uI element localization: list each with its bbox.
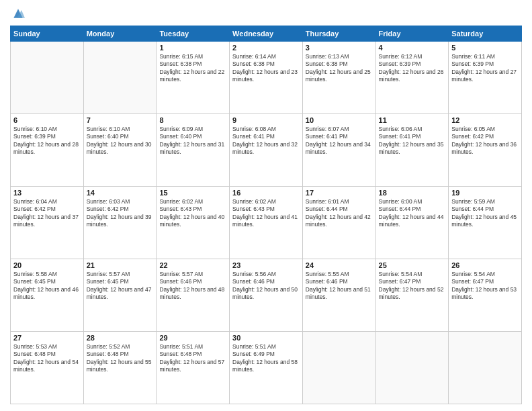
daylight-text: Daylight: 12 hours and 47 minutes.: [87, 286, 154, 302]
calendar-cell: 11Sunrise: 6:06 AMSunset: 6:41 PMDayligh…: [375, 114, 449, 187]
calendar-cell: 26Sunrise: 5:54 AMSunset: 6:47 PMDayligh…: [449, 259, 522, 332]
calendar-cell: 1Sunrise: 6:15 AMSunset: 6:38 PMDaylight…: [157, 42, 230, 114]
sunrise-text: Sunrise: 5:54 AM: [379, 271, 446, 278]
daylight-text: Daylight: 12 hours and 22 minutes.: [159, 68, 226, 84]
daylight-text: Daylight: 12 hours and 28 minutes.: [13, 141, 81, 156]
calendar-cell: 2Sunrise: 6:14 AMSunset: 6:38 PMDaylight…: [230, 42, 303, 114]
sunset-text: Sunset: 6:47 PM: [451, 278, 519, 285]
daylight-text: Daylight: 12 hours and 48 minutes.: [159, 286, 226, 302]
logo-icon: [11, 7, 25, 20]
day-number: 18: [379, 189, 446, 197]
header: [10, 7, 522, 20]
daylight-text: Daylight: 12 hours and 42 minutes.: [306, 214, 373, 229]
sunset-text: Sunset: 6:38 PM: [306, 60, 373, 68]
daylight-text: Daylight: 12 hours and 26 minutes.: [379, 68, 446, 84]
day-number: 22: [159, 261, 226, 269]
sunset-text: Sunset: 6:42 PM: [451, 133, 519, 140]
calendar-cell: 23Sunrise: 5:56 AMSunset: 6:46 PMDayligh…: [230, 259, 303, 332]
sunset-text: Sunset: 6:45 PM: [87, 278, 154, 285]
calendar-cell: 29Sunrise: 5:51 AMSunset: 6:48 PMDayligh…: [157, 332, 230, 404]
sunset-text: Sunset: 6:45 PM: [13, 278, 81, 285]
calendar-cell: 12Sunrise: 6:05 AMSunset: 6:42 PMDayligh…: [449, 114, 522, 187]
sunset-text: Sunset: 6:43 PM: [232, 205, 300, 213]
day-number: 20: [13, 261, 81, 269]
daylight-text: Daylight: 12 hours and 54 minutes.: [13, 359, 81, 374]
daylight-text: Daylight: 12 hours and 51 minutes.: [306, 286, 373, 302]
daylight-text: Daylight: 12 hours and 37 minutes.: [13, 214, 81, 229]
day-number: 17: [306, 189, 373, 197]
sunset-text: Sunset: 6:44 PM: [451, 205, 519, 213]
sunrise-text: Sunrise: 6:11 AM: [451, 53, 519, 60]
daylight-text: Daylight: 12 hours and 44 minutes.: [379, 214, 446, 229]
daylight-text: Daylight: 12 hours and 57 minutes.: [159, 359, 226, 374]
sunset-text: Sunset: 6:46 PM: [232, 278, 300, 285]
sunset-text: Sunset: 6:49 PM: [232, 351, 300, 358]
calendar-cell: 24Sunrise: 5:55 AMSunset: 6:46 PMDayligh…: [302, 259, 375, 332]
calendar-cell: 3Sunrise: 6:13 AMSunset: 6:38 PMDaylight…: [302, 42, 375, 114]
day-number: 12: [451, 116, 519, 124]
sunrise-text: Sunrise: 6:00 AM: [379, 198, 446, 205]
calendar-cell: [449, 332, 522, 404]
col-header-friday: Friday: [375, 26, 449, 42]
calendar-cell: 19Sunrise: 5:59 AMSunset: 6:44 PMDayligh…: [449, 187, 522, 259]
sunrise-text: Sunrise: 5:51 AM: [159, 343, 226, 351]
sunset-text: Sunset: 6:44 PM: [306, 205, 373, 213]
calendar-cell: 20Sunrise: 5:58 AMSunset: 6:45 PMDayligh…: [11, 259, 84, 332]
sunset-text: Sunset: 6:48 PM: [13, 351, 81, 358]
daylight-text: Daylight: 12 hours and 27 minutes.: [451, 68, 519, 84]
col-header-sunday: Sunday: [11, 26, 84, 42]
day-number: 4: [379, 44, 446, 52]
sunset-text: Sunset: 6:44 PM: [379, 205, 446, 213]
sunset-text: Sunset: 6:38 PM: [232, 60, 300, 68]
day-number: 28: [87, 334, 154, 342]
daylight-text: Daylight: 12 hours and 40 minutes.: [159, 214, 226, 229]
day-number: 10: [306, 116, 373, 124]
sunrise-text: Sunrise: 5:58 AM: [13, 271, 81, 278]
calendar-cell: 14Sunrise: 6:03 AMSunset: 6:42 PMDayligh…: [83, 187, 157, 259]
sunrise-text: Sunrise: 5:57 AM: [159, 271, 226, 278]
sunrise-text: Sunrise: 6:02 AM: [232, 198, 300, 205]
daylight-text: Daylight: 12 hours and 32 minutes.: [232, 141, 300, 156]
sunrise-text: Sunrise: 5:52 AM: [87, 343, 154, 351]
sunrise-text: Sunrise: 6:13 AM: [306, 53, 373, 60]
sunset-text: Sunset: 6:46 PM: [306, 278, 373, 285]
calendar-cell: 7Sunrise: 6:10 AMSunset: 6:40 PMDaylight…: [83, 114, 157, 187]
day-number: 6: [13, 116, 81, 124]
sunset-text: Sunset: 6:40 PM: [87, 133, 154, 140]
sunrise-text: Sunrise: 6:05 AM: [451, 126, 519, 133]
daylight-text: Daylight: 12 hours and 34 minutes.: [306, 141, 373, 156]
day-number: 13: [13, 189, 81, 197]
daylight-text: Daylight: 12 hours and 45 minutes.: [451, 214, 519, 229]
day-number: 5: [451, 44, 519, 52]
sunrise-text: Sunrise: 5:54 AM: [451, 271, 519, 278]
col-header-monday: Monday: [83, 26, 157, 42]
day-number: 7: [87, 116, 154, 124]
calendar-cell: [83, 42, 157, 114]
day-number: 1: [159, 44, 226, 52]
day-number: 8: [159, 116, 226, 124]
sunrise-text: Sunrise: 6:06 AM: [379, 126, 446, 133]
day-number: 23: [232, 261, 300, 269]
calendar-cell: 6Sunrise: 6:10 AMSunset: 6:39 PMDaylight…: [11, 114, 84, 187]
calendar-cell: 30Sunrise: 5:51 AMSunset: 6:49 PMDayligh…: [230, 332, 303, 404]
sunrise-text: Sunrise: 6:07 AM: [306, 126, 373, 133]
sunrise-text: Sunrise: 5:51 AM: [232, 343, 300, 351]
col-header-wednesday: Wednesday: [230, 26, 303, 42]
calendar-cell: 21Sunrise: 5:57 AMSunset: 6:45 PMDayligh…: [83, 259, 157, 332]
calendar-cell: 17Sunrise: 6:01 AMSunset: 6:44 PMDayligh…: [302, 187, 375, 259]
day-number: 11: [379, 116, 446, 124]
calendar-cell: 16Sunrise: 6:02 AMSunset: 6:43 PMDayligh…: [230, 187, 303, 259]
day-number: 16: [232, 189, 300, 197]
day-number: 30: [232, 334, 300, 342]
sunset-text: Sunset: 6:43 PM: [159, 205, 226, 213]
calendar-cell: [375, 332, 449, 404]
calendar-cell: [302, 332, 375, 404]
sunrise-text: Sunrise: 5:55 AM: [306, 271, 373, 278]
day-number: 27: [13, 334, 81, 342]
sunrise-text: Sunrise: 6:02 AM: [159, 198, 226, 205]
calendar-cell: 9Sunrise: 6:08 AMSunset: 6:41 PMDaylight…: [230, 114, 303, 187]
daylight-text: Daylight: 12 hours and 58 minutes.: [232, 359, 300, 374]
daylight-text: Daylight: 12 hours and 31 minutes.: [159, 141, 226, 156]
sunset-text: Sunset: 6:38 PM: [159, 60, 226, 68]
daylight-text: Daylight: 12 hours and 30 minutes.: [87, 141, 154, 156]
